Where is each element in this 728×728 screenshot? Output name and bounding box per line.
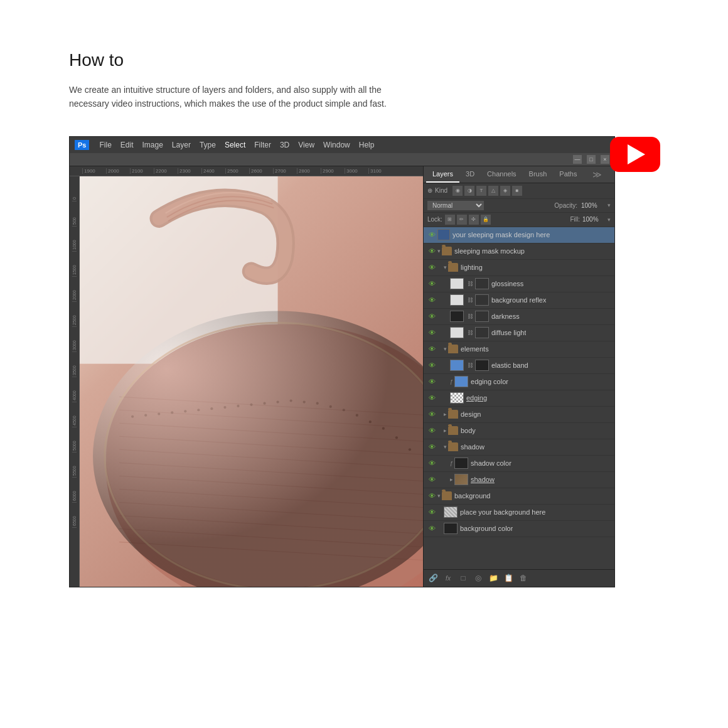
- layer-eye-bg-reflex[interactable]: 👁: [426, 294, 437, 306]
- layer-item-bg-folder[interactable]: 👁 ▾ background: [424, 488, 614, 505]
- new-group-icon[interactable]: 📁: [488, 572, 499, 584]
- ruler-mark: 2900: [321, 168, 345, 174]
- layer-name-elastic: elastic band: [491, 361, 528, 369]
- lock-checkers-icon[interactable]: ⊞: [445, 215, 455, 225]
- adjustment-icon[interactable]: ◎: [473, 572, 484, 584]
- menu-filter[interactable]: Filter: [250, 139, 275, 151]
- layer-eye-darkness[interactable]: 👁: [426, 311, 437, 322]
- layer-eye-elastic[interactable]: 👁: [426, 360, 437, 371]
- layer-chain-diffuse: ⛓: [466, 329, 474, 336]
- layer-name-elements: elements: [461, 345, 489, 353]
- tab-3d[interactable]: 3D: [459, 166, 481, 183]
- ruler-mark: 2600: [249, 168, 273, 174]
- layer-item-shadow-layer[interactable]: 👁 ▸ shadow: [424, 472, 614, 488]
- tab-channels[interactable]: Channels: [481, 166, 522, 183]
- layer-item-elements[interactable]: 👁 ▾ elements: [424, 341, 614, 358]
- layer-name-bg-color: background color: [460, 525, 513, 532]
- layer-item-shadow-folder[interactable]: 👁 ▾ shadow: [424, 439, 614, 456]
- kind-shape-icon[interactable]: △: [488, 186, 498, 196]
- ruler-v-1100: 5500: [72, 452, 77, 478]
- layer-item-place-bg[interactable]: 👁 place your background here: [424, 505, 614, 521]
- menu-help[interactable]: Help: [355, 139, 378, 151]
- layer-chain-elastic: ⛓: [466, 361, 474, 369]
- menu-type[interactable]: Type: [196, 139, 220, 151]
- maximize-button[interactable]: □: [587, 155, 596, 164]
- layer-item-lighting[interactable]: 👁 ▾ lighting: [424, 260, 614, 276]
- ruler-mark: 2500: [225, 168, 249, 174]
- layer-eye-bg-folder[interactable]: 👁: [426, 490, 437, 501]
- delete-icon[interactable]: 🗑: [518, 572, 529, 584]
- layer-chevron-body: ▸: [444, 427, 447, 434]
- kind-adj-icon[interactable]: ◑: [464, 186, 474, 196]
- layer-item-glossiness[interactable]: 👁 ⛓ glossiness: [424, 276, 614, 292]
- new-layer-icon[interactable]: 📋: [503, 572, 514, 584]
- layer-eye-diffuse[interactable]: 👁: [426, 327, 437, 338]
- layer-thumb-design-here: [437, 229, 450, 240]
- layer-thumb-edging-color: [454, 376, 468, 387]
- layer-eye-lighting[interactable]: 👁: [426, 262, 437, 273]
- menu-image[interactable]: Image: [139, 139, 167, 151]
- ruler-v-1200: 6000: [72, 478, 77, 503]
- menu-edit[interactable]: Edit: [117, 139, 137, 151]
- layer-item-design-here[interactable]: 👁 your sleeping mask design here: [424, 227, 614, 244]
- layer-eye-shadow-color[interactable]: 👁: [426, 458, 437, 469]
- layer-eye-edging[interactable]: 👁: [426, 392, 437, 404]
- layer-item-bg-color[interactable]: 👁 background color: [424, 521, 614, 537]
- layer-item-edging-color[interactable]: 👁 ƒ edging color: [424, 374, 614, 390]
- lock-move-icon[interactable]: ✣: [469, 215, 479, 225]
- kind-more-icon[interactable]: ■: [512, 186, 522, 196]
- layer-eye-mockup[interactable]: 👁: [426, 245, 437, 257]
- layer-item-diffuse[interactable]: 👁 ⛓ diffuse light: [424, 325, 614, 341]
- link-icon[interactable]: 🔗: [427, 572, 439, 584]
- ruler-v-600: 3000: [72, 327, 77, 352]
- fx-icon[interactable]: fx: [442, 572, 454, 584]
- layer-eye-shadow-layer[interactable]: 👁: [426, 474, 437, 485]
- page-title: How to: [69, 50, 659, 70]
- tab-paths[interactable]: Paths: [553, 166, 583, 183]
- ruler-vertical: 0 500 1000 1500 2000 2500 3000 3500 4000…: [70, 176, 80, 587]
- layer-chain-glossiness: ⛓: [466, 280, 474, 287]
- layer-eye-shadow-folder[interactable]: 👁: [426, 441, 437, 452]
- layer-eye-elements[interactable]: 👁: [426, 343, 437, 355]
- ruler-v-900: 4500: [72, 402, 77, 427]
- layer-item-elastic[interactable]: 👁 ⛓ elastic band: [424, 358, 614, 374]
- menu-layer[interactable]: Layer: [168, 139, 195, 151]
- youtube-play-button[interactable]: [610, 137, 660, 172]
- layer-eye-edging-color[interactable]: 👁: [426, 376, 437, 387]
- layer-item-body-folder[interactable]: 👁 ▸ body: [424, 423, 614, 439]
- menu-window[interactable]: Window: [319, 139, 354, 151]
- menu-file[interactable]: File: [95, 139, 115, 151]
- menu-3d[interactable]: 3D: [276, 139, 293, 151]
- layer-item-edging[interactable]: 👁 edging: [424, 390, 614, 407]
- lock-all-icon[interactable]: 🔒: [481, 215, 491, 225]
- kind-smart-icon[interactable]: ◈: [500, 186, 510, 196]
- kind-pixel-icon[interactable]: ◉: [452, 186, 463, 196]
- layer-eye-place-bg[interactable]: 👁: [426, 506, 437, 518]
- menu-view[interactable]: View: [294, 139, 318, 151]
- lock-brush-icon[interactable]: ✏: [457, 215, 467, 225]
- layer-eye-design-here[interactable]: 👁: [426, 229, 437, 240]
- layer-item-design-folder[interactable]: 👁 ▸ design: [424, 407, 614, 423]
- layer-eye-glossiness[interactable]: 👁: [426, 278, 437, 289]
- minimize-button[interactable]: —: [573, 155, 582, 164]
- layer-mask-darkness: [475, 311, 489, 322]
- ruler-v-700: 3500: [72, 352, 77, 377]
- kind-type-icon[interactable]: T: [476, 186, 486, 196]
- new-fill-icon[interactable]: □: [458, 572, 469, 584]
- layer-item-darkness[interactable]: 👁 ⛓ darkness: [424, 309, 614, 325]
- close-button[interactable]: ×: [601, 155, 609, 164]
- layer-mask-diffuse: [475, 327, 489, 338]
- layer-chevron-elements: ▾: [444, 346, 447, 352]
- tab-layers[interactable]: Layers: [426, 166, 459, 183]
- tab-brush[interactable]: Brush: [523, 166, 554, 183]
- menu-select[interactable]: Select: [221, 139, 249, 151]
- layer-eye-body-folder[interactable]: 👁: [426, 425, 437, 436]
- layer-eye-bg-color[interactable]: 👁: [426, 523, 437, 534]
- panel-menu-icon[interactable]: ≫: [592, 169, 602, 179]
- ruler-mark: 2300: [178, 168, 201, 174]
- layer-eye-design-folder[interactable]: 👁: [426, 409, 437, 420]
- layer-item-shadow-color[interactable]: 👁 ƒ shadow color: [424, 456, 614, 472]
- layer-item-bg-reflex[interactable]: 👁 ⛓ background reflex: [424, 292, 614, 309]
- layer-item-mockup[interactable]: 👁 ▾ sleeping mask mockup: [424, 244, 614, 260]
- blend-mode-select[interactable]: Normal Multiply Screen: [427, 201, 484, 210]
